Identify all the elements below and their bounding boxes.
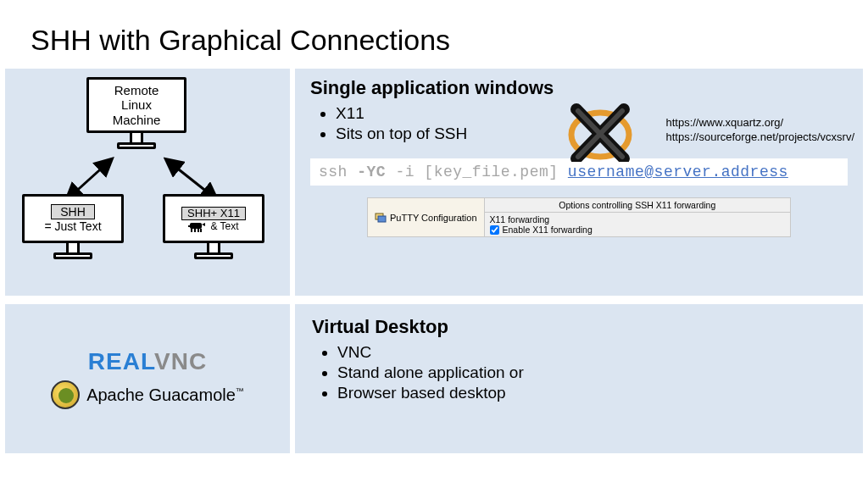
remote-machine: Remote Linux Machine (86, 77, 186, 149)
svg-rect-10 (378, 216, 386, 222)
sshx11-machine: SHH+ X11 & Text (163, 194, 264, 259)
sshx11-badge: SHH+ X11 (181, 207, 246, 221)
slide-title: SHH with Graphical Connections (0, 0, 868, 69)
virtual-desktop-panel: Virtual Desktop VNC Stand alone applicat… (295, 304, 863, 453)
putty-icon (375, 212, 387, 224)
svg-rect-3 (191, 229, 192, 232)
link-xquartz[interactable]: https://www.xquartz.org/ (665, 116, 783, 129)
vnc-logos-panel: REALVNC Apache Guacamole™ (5, 304, 290, 453)
vd-b3: Browser based desktop (337, 384, 846, 402)
vd-heading: Virtual Desktop (312, 316, 846, 338)
ssh-sub: = Just Text (44, 219, 101, 233)
sshx11-sub: & Text (210, 221, 238, 233)
putty-config: PuTTY Configuration Options controlling … (367, 197, 791, 237)
putty-checkbox-row[interactable]: Enable X11 forwarding (490, 225, 785, 235)
guac-text: Apache Guacamole (86, 385, 236, 404)
cow-icon (188, 220, 207, 232)
links: https://www.xquartz.org/ https://sourcef… (665, 116, 854, 145)
single-app-panel: Single application windows X11 Sits on t… (295, 69, 863, 296)
remote-label: Remote Linux Machine (113, 83, 161, 127)
svg-rect-5 (198, 229, 199, 232)
enable-x11-checkbox[interactable] (490, 225, 499, 235)
svg-rect-2 (190, 223, 202, 229)
svg-line-1 (171, 164, 212, 196)
vd-b2: Stand alone application or (337, 363, 846, 382)
svg-rect-6 (200, 229, 202, 232)
ssh-machine: SHH = Just Text (22, 194, 124, 259)
cmd-rest: -i [key_file.pem] (386, 164, 568, 180)
link-vcxsrv[interactable]: https://sourceforge.net/projects/vcxsrv/ (665, 130, 854, 143)
cmd-flag: -YC (357, 164, 386, 180)
putty-title: PuTTY Configuration (390, 213, 477, 223)
slide: SHH with Graphical Connections Remote Li… (0, 0, 868, 488)
diagram-panel: Remote Linux Machine SHH = Just Text SHH… (5, 69, 290, 296)
guacamole-logo: Apache Guacamole™ (51, 380, 244, 409)
svg-line-0 (71, 164, 107, 196)
single-app-heading: Single application windows (310, 77, 848, 99)
cmd-ssh: ssh (319, 164, 357, 180)
guacamole-icon (51, 380, 80, 409)
putty-opts-title: Options controlling SSH X11 forwarding (485, 198, 790, 213)
svg-rect-7 (188, 225, 191, 227)
vd-b1: VNC (337, 343, 846, 362)
ssh-command: ssh -YC -i [key_file.pem] username@serve… (310, 158, 848, 186)
realvnc-logo: REALVNC (88, 348, 207, 375)
putty-check-label: Enable X11 forwarding (503, 225, 593, 235)
putty-section: X11 forwarding (490, 214, 785, 225)
ssh-badge: SHH (51, 204, 95, 219)
svg-rect-4 (194, 229, 196, 232)
xquartz-icon (566, 103, 634, 162)
cmd-user: username@server.address (568, 164, 788, 180)
